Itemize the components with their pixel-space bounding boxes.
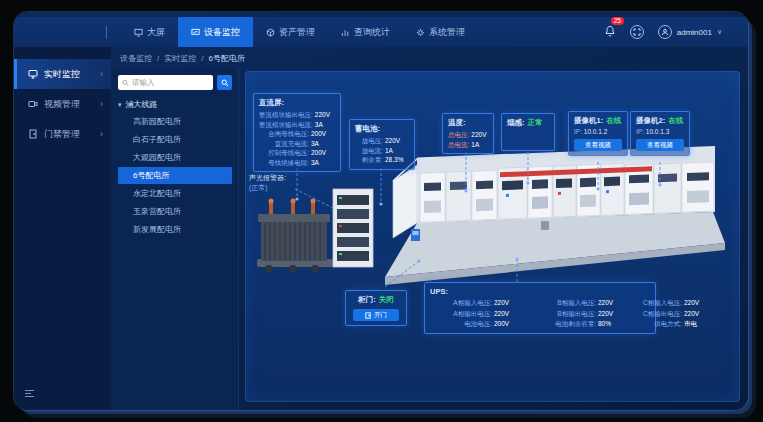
- tree-item[interactable]: 永定北配电所: [118, 185, 232, 202]
- camera2-panel: 摄像机2: 在线 IP: 10.0.1.3 查看视频: [630, 111, 690, 156]
- alarm-label: 声光报警器:: [249, 173, 286, 183]
- search-input[interactable]: [132, 78, 209, 87]
- camera2-label: 摄像机2:: [636, 116, 665, 126]
- panel-title: 温度:: [448, 118, 488, 128]
- top-navbar: 大屏 设备监控 资产管理 查询统计 系统管理 25: [14, 17, 748, 47]
- view-video-button[interactable]: 查看视频: [574, 139, 622, 151]
- panel-title: 直流屏:: [259, 98, 335, 108]
- camera2-status: 在线: [668, 116, 683, 126]
- video-camera-icon: [28, 99, 38, 109]
- breadcrumb-separator: /: [201, 54, 203, 63]
- metric-row: 供电方式:市电: [630, 319, 708, 329]
- breadcrumb-item[interactable]: 6号配电所: [208, 53, 244, 64]
- nav-item-assets[interactable]: 资产管理: [253, 17, 328, 47]
- room-left-wall: [393, 165, 417, 238]
- caret-down-icon: ▾: [118, 101, 122, 109]
- metric-row: 总电压:220V: [448, 130, 488, 140]
- sidebar-item-label: 实时监控: [44, 68, 80, 81]
- metric-row: 整流模块输出电压:220V: [259, 110, 335, 120]
- door-icon: [28, 129, 38, 139]
- nav-item-label: 设备监控: [204, 26, 240, 39]
- tree-search-box: [118, 75, 213, 90]
- tree-item[interactable]: 白石子配电所: [118, 131, 232, 148]
- tree-item[interactable]: 大观园配电所: [118, 149, 232, 166]
- camera2-ip: IP: 10.0.1.3: [636, 128, 684, 135]
- menu-fold-icon: [24, 389, 35, 398]
- ups-panel: UPS: A相输入电压:220V B相输入电压:220V C相输入电压:220V…: [424, 282, 656, 334]
- room-3d-view: 直流屏: 整流模块输出电压:220V 整流模块输出电流:3A 合闸母线电压:20…: [245, 71, 740, 402]
- sidebar-item-video-manage[interactable]: 视频管理 ›: [14, 89, 111, 119]
- nav-item-system[interactable]: 系统管理: [403, 17, 478, 47]
- room-floor: [385, 212, 725, 285]
- navbar-right: 25 admin001 ∨: [604, 23, 748, 41]
- panel-title: 蓄电池:: [355, 124, 409, 134]
- metric-row: B相输出电压:220V: [526, 309, 622, 319]
- app-window: 大屏 设备监控 资产管理 查询统计 系统管理 25: [14, 12, 748, 410]
- metric-row: 放电压:220V: [355, 136, 409, 146]
- breadcrumb-item[interactable]: 设备监控: [120, 53, 152, 64]
- user-name: admin001: [677, 28, 712, 37]
- sidebar-collapse-button[interactable]: [24, 384, 35, 402]
- chevron-right-icon: ›: [100, 129, 103, 139]
- tree-item[interactable]: 玉泉营配电所: [118, 203, 232, 220]
- metric-row: 整流模块输出电流:3A: [259, 120, 335, 130]
- left-sidebar: 实时监控 › 视频管理 › 门禁管理 ›: [14, 47, 111, 410]
- tree-root-node[interactable]: ▾ 浦大线路: [118, 99, 232, 110]
- smoke-label: 烟感:: [507, 118, 525, 128]
- notifications-button[interactable]: 25: [604, 23, 616, 41]
- metric-row: 剩余量:28.3%: [355, 155, 409, 165]
- sidebar-item-label: 门禁管理: [44, 128, 80, 141]
- nav-item-device-monitor[interactable]: 设备监控: [178, 17, 253, 47]
- alarm-status: (正常): [249, 183, 286, 193]
- tree-item[interactable]: 高新园配电所: [118, 113, 232, 130]
- notification-badge: 25: [611, 17, 624, 25]
- metric-row: B相输入电压:220V: [526, 298, 622, 308]
- box-icon: [266, 28, 275, 37]
- nav-divider: [106, 26, 107, 39]
- search-icon: [122, 79, 129, 87]
- bell-icon: [604, 25, 616, 37]
- nav-item-label: 查询统计: [354, 26, 390, 39]
- tree-root-label: 浦大线路: [126, 99, 158, 110]
- station-tree: ▾ 浦大线路 高新园配电所 白石子配电所 大观园配电所 6号配电所 永定北配电所…: [118, 99, 232, 238]
- sound-light-alarm-note: 声光报警器: (正常): [249, 173, 286, 193]
- metric-row: 合闸母线电压:200V: [259, 129, 335, 139]
- smoke-sensor-panel: 烟感: 正常: [501, 113, 555, 151]
- sidebar-item-realtime-monitor[interactable]: 实时监控 ›: [14, 59, 111, 89]
- nav-item-label: 大屏: [147, 26, 165, 39]
- avatar: [658, 25, 672, 39]
- station-tree-panel: ▾ 浦大线路 高新园配电所 白石子配电所 大观园配电所 6号配电所 永定北配电所…: [111, 69, 239, 410]
- nav-item-dashboard[interactable]: 大屏: [121, 17, 178, 47]
- metric-row: C相输入电压:220V: [630, 298, 708, 308]
- metric-row: 控制母线电压:200V: [259, 148, 335, 158]
- metric-row: 放电流:1A: [355, 146, 409, 156]
- camera1-panel: 摄像机1: 在线 IP: 10.0.1.2 查看视频: [568, 111, 628, 156]
- open-door-button[interactable]: 开门: [353, 309, 399, 321]
- main-column: 设备监控 / 实时监控 / 6号配电所: [111, 47, 748, 410]
- screen-icon: [134, 28, 143, 37]
- tree-item[interactable]: 新发展配电所: [118, 221, 232, 238]
- door-label: 柜门:: [358, 295, 376, 305]
- nav-item-statistics[interactable]: 查询统计: [328, 17, 403, 47]
- door-status: 关闭: [379, 295, 394, 305]
- view-video-button[interactable]: 查看视频: [636, 139, 684, 151]
- camera1-label: 摄像机1:: [574, 116, 603, 126]
- sidebar-item-access-control[interactable]: 门禁管理 ›: [14, 119, 111, 149]
- fullscreen-icon: [633, 28, 641, 36]
- breadcrumb-item[interactable]: 实时监控: [164, 53, 196, 64]
- sidebar-item-label: 视频管理: [44, 98, 80, 111]
- door-open-icon: [365, 312, 371, 319]
- door-panel: 柜门: 关闭 开门: [345, 290, 407, 326]
- search-button[interactable]: [217, 75, 232, 90]
- equipment-rack: [333, 189, 373, 267]
- smoke-status: 正常: [528, 118, 543, 128]
- fullscreen-button[interactable]: [630, 25, 644, 39]
- tree-item-active[interactable]: 6号配电所: [118, 167, 232, 184]
- metric-row: C相输出电压:220V: [630, 309, 708, 319]
- user-menu[interactable]: admin001 ∨: [658, 25, 722, 39]
- nav-item-label: 资产管理: [279, 26, 315, 39]
- transformer: [257, 199, 333, 274]
- metric-row: A相输出电压:220V: [430, 309, 518, 319]
- user-icon: [661, 28, 669, 36]
- nav-item-label: 系统管理: [429, 26, 465, 39]
